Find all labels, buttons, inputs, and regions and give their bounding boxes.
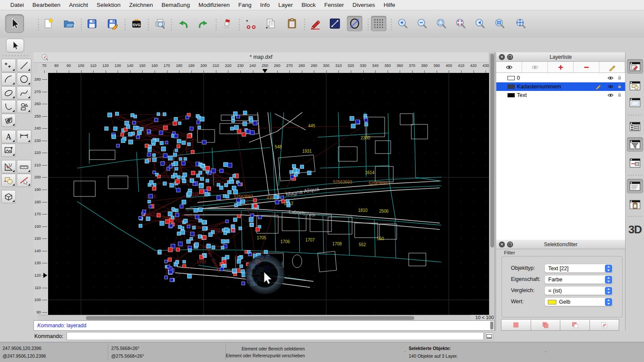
menu-diverses[interactable]: Diverses xyxy=(348,2,380,8)
win-filter-toggle-button[interactable] xyxy=(627,137,643,152)
layer-row-Text[interactable]: Text xyxy=(496,91,625,100)
ellipse-tool-button[interactable] xyxy=(347,16,362,31)
drawing-canvas[interactable]: Magna AliquaLaboris NisiMinim Veniam4452… xyxy=(48,73,489,315)
layer-visible-eye-icon[interactable] xyxy=(607,75,614,81)
ruler-tool-button[interactable] xyxy=(17,160,31,173)
dropdown-stepper-icon[interactable] xyxy=(605,276,612,284)
menu-bearbeiten[interactable]: Bearbeiten xyxy=(28,2,65,8)
shapes-tool-button[interactable] xyxy=(17,100,31,113)
win-laser-toggle-button[interactable] xyxy=(627,156,643,170)
zoom-out-button[interactable] xyxy=(414,16,430,31)
zoom-window-button[interactable] xyxy=(492,16,507,31)
spline-tool-button[interactable] xyxy=(17,86,31,100)
file-new-button[interactable] xyxy=(41,16,56,31)
history-scrollbar-thumb[interactable] xyxy=(490,322,493,329)
win-history-toggle-button[interactable] xyxy=(627,179,643,193)
image-tool-button[interactable] xyxy=(1,144,16,157)
menu-modifizieren[interactable]: Modifizieren xyxy=(194,2,234,8)
svg-export-button[interactable]: SVG xyxy=(129,16,144,31)
zoom-selection-button[interactable] xyxy=(453,16,468,31)
snapline-tool-button[interactable] xyxy=(17,174,31,187)
arc-tool-button[interactable] xyxy=(1,72,16,86)
layer-lock-icon[interactable] xyxy=(617,92,623,98)
menu-layer[interactable]: Layer xyxy=(274,2,297,8)
mode-subtract-button[interactable] xyxy=(560,319,589,331)
horizontal-scrollbar-thumb[interactable] xyxy=(86,316,414,320)
selection-tool-button[interactable] xyxy=(6,39,24,52)
eye-gray-button[interactable] xyxy=(522,62,548,72)
menu-fang[interactable]: Fang xyxy=(234,2,256,8)
file-open-button[interactable] xyxy=(61,16,76,31)
mode-intersect-button[interactable] xyxy=(589,319,620,331)
pencil-button[interactable] xyxy=(599,62,625,72)
paste-button[interactable] xyxy=(284,16,300,31)
mode-add-button[interactable] xyxy=(531,319,560,331)
file-save-as-button[interactable] xyxy=(104,16,120,31)
copy-button[interactable]: + xyxy=(263,16,279,31)
palette-grip[interactable] xyxy=(2,55,30,57)
win-blocks-toggle-button[interactable] xyxy=(627,78,643,93)
command-options-button[interactable] xyxy=(485,332,493,340)
menu-bemaßung[interactable]: Bemaßung xyxy=(157,2,194,8)
dimension-tool-button[interactable] xyxy=(17,130,31,143)
menu-datei[interactable]: Datei xyxy=(6,2,28,8)
filter-dropdown[interactable]: Gelb xyxy=(544,297,613,306)
horizontal-scrollbar[interactable] xyxy=(38,315,471,320)
menu-info[interactable]: Info xyxy=(256,2,274,8)
box3d-tool-button[interactable] xyxy=(1,190,16,203)
plus-button[interactable] xyxy=(548,62,574,72)
cut-button[interactable]: + xyxy=(243,16,259,31)
zoom-previous-button[interactable] xyxy=(472,16,488,31)
redo-button[interactable] xyxy=(195,16,211,31)
win-layers-toggle-button[interactable] xyxy=(627,119,643,134)
filter-dropdown[interactable]: = (ist) xyxy=(544,286,613,295)
layer-lock-icon[interactable] xyxy=(617,83,623,89)
modify-tool-button[interactable] xyxy=(1,174,16,187)
erase-button[interactable] xyxy=(220,16,235,31)
layer-row-0[interactable]: 0 xyxy=(496,74,625,82)
undo-button[interactable] xyxy=(176,16,191,31)
line-tool-button[interactable] xyxy=(17,59,31,72)
zoom-auto-button[interactable] xyxy=(434,16,449,31)
menu-block[interactable]: Block xyxy=(297,2,320,8)
menu-ansicht[interactable]: Ansicht xyxy=(65,2,92,8)
hatch-tool-button[interactable] xyxy=(1,114,16,127)
layer-visible-eye-icon[interactable] xyxy=(607,92,614,99)
line-tool-button[interactable] xyxy=(327,16,343,31)
win-clipboard-toggle-button[interactable] xyxy=(627,197,643,212)
zoom-in-button[interactable] xyxy=(395,16,410,31)
win-properties-toggle-button[interactable] xyxy=(627,59,643,74)
menu-zeichnen[interactable]: Zeichnen xyxy=(125,2,158,8)
text-tool-button[interactable]: A xyxy=(1,130,16,143)
win-library-toggle-button[interactable] xyxy=(627,95,643,110)
eye-dark-button[interactable] xyxy=(496,62,522,72)
layer-lock-icon[interactable] xyxy=(617,75,623,81)
command-input[interactable] xyxy=(67,332,484,340)
minus-button[interactable] xyxy=(574,62,599,72)
layer-row-Kadasternummern[interactable]: Kadasternummern xyxy=(496,82,625,91)
dropdown-stepper-icon[interactable] xyxy=(605,265,612,272)
grid-toggle-button[interactable] xyxy=(371,16,386,31)
measure-tool-button[interactable] xyxy=(1,160,16,173)
mode-replace-button[interactable] xyxy=(501,319,531,331)
selection-tool-button[interactable] xyxy=(5,14,24,33)
history-scrollbar[interactable] xyxy=(490,321,494,330)
3d-menu-label[interactable]: 3D xyxy=(626,223,644,236)
ellipse-tool-button[interactable] xyxy=(1,86,16,100)
file-save-button[interactable] xyxy=(84,16,100,31)
circle-tool-button[interactable] xyxy=(17,72,31,86)
filter-dropdown[interactable]: Text [22] xyxy=(544,264,613,273)
polyline-tool-button[interactable] xyxy=(1,100,16,113)
filter-dropdown[interactable]: Farbe xyxy=(544,275,613,284)
menu-fenster[interactable]: Fenster xyxy=(320,2,348,8)
vertical-scrollbar-thumb[interactable] xyxy=(490,54,494,247)
menu-hilfe[interactable]: Hilfe xyxy=(379,2,399,8)
dropdown-stepper-icon[interactable] xyxy=(605,298,612,306)
zoom-pan-button[interactable] xyxy=(513,16,529,31)
menu-selektion[interactable]: Selektion xyxy=(92,2,125,8)
print-preview-button[interactable] xyxy=(152,16,168,31)
layer-visible-eye-icon[interactable] xyxy=(607,83,614,90)
dropdown-stepper-icon[interactable] xyxy=(605,287,612,295)
draw-pencil-button[interactable] xyxy=(307,16,323,31)
points-tool-button[interactable] xyxy=(1,59,16,72)
